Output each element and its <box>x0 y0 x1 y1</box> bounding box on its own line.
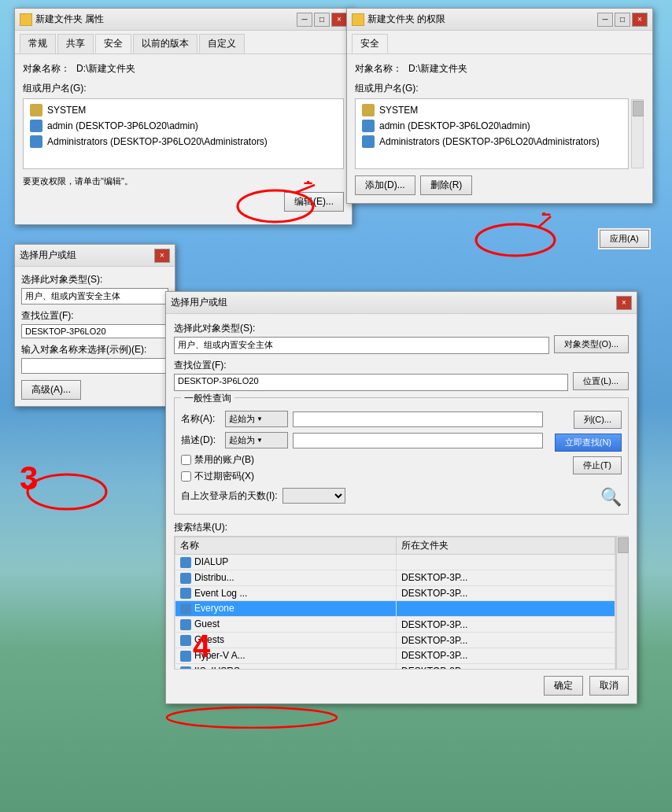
search-action-buttons: 列(C)... 立即查找(N) 停止(T) 🔍 <box>551 404 622 507</box>
result-folder-cell: DESKTOP-3P... <box>397 633 615 648</box>
folder-icon <box>20 13 32 26</box>
object-type-button[interactable]: 对象类型(O)... <box>554 335 629 353</box>
close-button[interactable]: × <box>331 13 347 27</box>
scrollbar[interactable] <box>631 99 644 168</box>
user-name: SYSTEM <box>47 105 86 116</box>
days-dropdown[interactable] <box>282 488 345 504</box>
list-item[interactable]: Administrators (DESKTOP-3P6LO20\Administ… <box>359 134 625 149</box>
permissions-window: 新建文件夹 的权限 ─ □ × 安全 对象名称： D:\新建文件夹 组或用户名(… <box>346 8 653 204</box>
perm-object-label: 对象名称： <box>355 62 402 76</box>
desc-row: 描述(D): 起始为 ▼ <box>181 432 543 448</box>
list-item[interactable]: SYSTEM <box>27 102 340 118</box>
advanced-button[interactable]: 高级(A)... <box>21 380 81 400</box>
note-text: 要更改权限，请单击"编辑"。 <box>23 175 344 187</box>
table-row[interactable]: Hyper-V A...DESKTOP-3P... <box>175 648 615 663</box>
col-folder-header: 所在文件夹 <box>397 537 615 555</box>
result-folder-cell <box>397 601 615 617</box>
columns-button[interactable]: 列(C)... <box>574 411 622 429</box>
disabled-account-checkbox[interactable] <box>181 455 191 465</box>
result-icon <box>180 603 191 615</box>
cancel-button[interactable]: 取消 <box>589 676 629 696</box>
object-label: 对象名称： <box>23 62 70 76</box>
table-row[interactable]: DIALUP <box>175 555 615 570</box>
perm-titlebar-buttons: ─ □ × <box>597 13 648 27</box>
titlebar-buttons: ─ □ × <box>297 13 347 27</box>
table-row[interactable]: GuestsDESKTOP-3P... <box>175 633 615 648</box>
list-item[interactable]: Administrators (DESKTOP-3P6LO20\Administ… <box>27 134 340 149</box>
table-row[interactable]: Everyone <box>175 601 615 617</box>
location-button[interactable]: 位置(L)... <box>573 372 629 390</box>
results-scrollbar-thumb[interactable] <box>618 537 629 553</box>
name-dropdown[interactable]: 起始为 ▼ <box>225 411 288 427</box>
results-scrollbar[interactable] <box>616 536 629 670</box>
perm-maximize-button[interactable]: □ <box>615 13 630 27</box>
minimize-button[interactable]: ─ <box>297 13 312 27</box>
obj-type-label2: 选择此对象类型(S): <box>174 322 549 335</box>
result-icon <box>180 573 191 584</box>
remove-button[interactable]: 删除(R) <box>420 175 473 195</box>
apply-button[interactable]: 应用(A) <box>600 230 649 248</box>
desc-dropdown[interactable]: 起始为 ▼ <box>225 432 288 448</box>
name-search-input[interactable] <box>293 412 543 427</box>
search-now-button[interactable]: 立即查找(N) <box>555 434 622 452</box>
results-label: 搜索结果(U): <box>174 521 227 534</box>
desc-search-input[interactable] <box>293 433 543 448</box>
location-section: 查找位置(F): DESKTOP-3P6LO20 <box>174 359 568 391</box>
tab-security-perm[interactable]: 安全 <box>352 34 388 54</box>
obj-type-label: 选择此对象类型(S): <box>21 273 168 286</box>
object-name-row: 对象名称： D:\新建文件夹 <box>23 62 344 76</box>
location-value2: DESKTOP-3P6LO20 <box>174 374 568 391</box>
result-icon <box>180 588 191 599</box>
tab-share[interactable]: 共享 <box>57 34 94 54</box>
table-row[interactable]: IIS_IUSRSDESKTOP-3P... <box>175 663 615 670</box>
tab-custom[interactable]: 自定义 <box>199 34 245 54</box>
tab-security[interactable]: 安全 <box>95 34 131 54</box>
user-name: admin (DESKTOP-3P6LO20\admin) <box>47 120 198 131</box>
select-dialog2-titlebar: 选择用户或组 × <box>166 292 637 314</box>
no-expiry-checkbox[interactable] <box>181 471 191 482</box>
ok-button[interactable]: 确定 <box>544 676 583 696</box>
tab-previous[interactable]: 以前的版本 <box>133 34 198 54</box>
location-label2: 查找位置(F): <box>174 359 568 372</box>
table-row[interactable]: Event Log ...DESKTOP-3P... <box>175 585 615 601</box>
user-name: Administrators (DESKTOP-3P6LO20\Administ… <box>379 136 600 147</box>
result-name-cell: Guest <box>175 617 397 633</box>
list-item[interactable]: admin (DESKTOP-3P6LO20\admin) <box>27 118 340 134</box>
folder-icon-2 <box>352 13 364 26</box>
table-row[interactable]: Distribu...DESKTOP-3P... <box>175 570 615 585</box>
perm-group-label: 组或用户名(G): <box>355 82 644 95</box>
select-dialog2-close[interactable]: × <box>616 296 632 310</box>
scrollbar-thumb[interactable] <box>633 101 644 116</box>
stop-button[interactable]: 停止(T) <box>573 456 622 474</box>
name-dropdown-value: 起始为 <box>229 413 255 425</box>
result-icon <box>180 651 191 662</box>
perm-object-value: D:\新建文件夹 <box>408 62 467 76</box>
list-item[interactable]: SYSTEM <box>359 102 625 118</box>
select-dialog2-buttons: × <box>616 296 632 310</box>
perm-minimize-button[interactable]: ─ <box>597 13 613 27</box>
result-icon <box>180 635 191 646</box>
perm-close-button[interactable]: × <box>632 13 648 27</box>
no-expiry-row: 不过期密码(X) <box>181 470 543 483</box>
perm-system-icon <box>362 104 375 116</box>
tab-general[interactable]: 常规 <box>20 34 56 54</box>
desc-dropdown-arrow: ▼ <box>257 437 263 444</box>
add-button[interactable]: 添加(D)... <box>355 175 415 195</box>
result-name-cell: IIS_IUSRS <box>175 663 397 670</box>
obj-type-row: 选择此对象类型(S): 用户、组或内置安全主体 对象类型(O)... <box>174 322 629 354</box>
result-name-cell: Distribu... <box>175 570 397 585</box>
edit-button[interactable]: 编辑(E)... <box>284 192 344 212</box>
select-user-dialog-2: 选择用户或组 × 选择此对象类型(S): 用户、组或内置安全主体 对象类型(O)… <box>165 291 637 704</box>
select-dialog2-content: 选择此对象类型(S): 用户、组或内置安全主体 对象类型(O)... 查找位置(… <box>166 314 637 703</box>
perm-tab-bar: 安全 <box>347 31 652 54</box>
days-label: 自上次登录后的天数(I): <box>181 489 278 503</box>
maximize-button[interactable]: □ <box>314 13 330 27</box>
result-name-cell: DIALUP <box>175 555 397 570</box>
result-icon <box>180 619 191 630</box>
user-name: Administrators (DESKTOP-3P6LO20\Administ… <box>47 136 268 147</box>
list-item[interactable]: admin (DESKTOP-3P6LO20\admin) <box>359 118 625 134</box>
table-row[interactable]: GuestDESKTOP-3P... <box>175 617 615 633</box>
enter-input[interactable] <box>21 358 168 374</box>
search-icon: 🔍 <box>600 487 622 507</box>
select-dialog1-close[interactable]: × <box>154 249 170 263</box>
